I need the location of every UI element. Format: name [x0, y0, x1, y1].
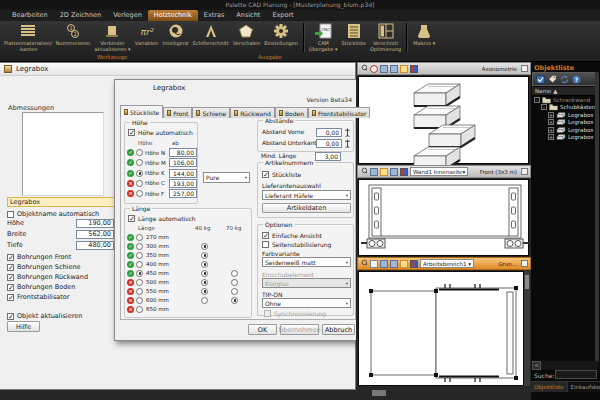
- bohrungen-front-checkbox[interactable]: ✓Bohrungen Front: [7, 253, 71, 261]
- stueckliste-checkbox[interactable]: ✓Stückliste: [262, 170, 301, 178]
- pin-icon[interactable]: [344, 139, 351, 148]
- cube-highlight-icon[interactable]: [400, 65, 408, 73]
- tab-r-ckwand[interactable]: Rückwand: [230, 107, 275, 118]
- tool-schifterschnitt[interactable]: Schifterschnitt: [190, 22, 230, 46]
- radio-40kg-350-mm[interactable]: [201, 252, 208, 259]
- objektname-automatisch-checkbox[interactable]: Objektname automatisch: [7, 210, 99, 218]
- cube-icon[interactable]: [390, 260, 398, 268]
- plan-view-canvas[interactable]: [358, 271, 524, 386]
- tool-makros[interactable]: Makros ▾: [410, 22, 438, 46]
- h-he-input[interactable]: 190,00: [76, 219, 114, 228]
- ribbon-tab-ansicht[interactable]: Ansicht: [230, 10, 266, 21]
- radio-70kg-550-mm[interactable]: [231, 288, 238, 295]
- radio-h-he-c[interactable]: [136, 180, 143, 187]
- collapse-icon[interactable]: -: [534, 97, 540, 103]
- abbruch-button[interactable]: Abbruch: [322, 324, 355, 335]
- ribbon-tab-extras[interactable]: Extras: [198, 10, 231, 21]
- tree-item-schrankwand[interactable]: -Schrankwand: [532, 96, 594, 104]
- panel-horizontal-scrollbar[interactable]: <: [532, 361, 598, 370]
- objekt-aktualisieren-checkbox[interactable]: ✓Objekt aktualisieren: [7, 312, 82, 320]
- tool-verschnitt-optimierung[interactable]: VerschnittOptimierung: [368, 22, 403, 52]
- tool-variablen[interactable]: πr²Variablen: [133, 22, 161, 46]
- cube-icon[interactable]: [390, 65, 398, 73]
- radio-40kg-450-mm[interactable]: [201, 270, 208, 277]
- value-field-h-he-k[interactable]: 144,00: [169, 169, 197, 178]
- cube-highlight-icon[interactable]: [400, 260, 408, 268]
- radio-270-mm[interactable]: [136, 234, 143, 241]
- value-field-h-he-c[interactable]: 193,00: [169, 179, 197, 188]
- doc-icon[interactable]: [370, 260, 378, 268]
- ribbon-tab-verlegen[interactable]: Verlegen: [107, 10, 148, 21]
- name-column-header[interactable]: Name ▲: [532, 87, 598, 96]
- radio-40kg-600-mm[interactable]: [201, 297, 208, 304]
- expand-icon[interactable]: +: [548, 119, 554, 125]
- cube-icon[interactable]: [390, 168, 398, 176]
- radio-h-he-n[interactable]: [136, 149, 143, 156]
- tool-st-ckliste[interactable]: Stückliste: [340, 22, 368, 46]
- radio-650-mm[interactable]: [136, 306, 143, 313]
- value-field-h-he-n[interactable]: 80,00: [169, 148, 197, 157]
- ribbon-tab-export[interactable]: Export: [266, 10, 299, 21]
- orbit-icon[interactable]: [370, 65, 378, 73]
- panel-vertical-scrollbar[interactable]: [595, 72, 599, 362]
- farbvariante-dropdown[interactable]: Seidenweiß matt▾: [262, 257, 351, 267]
- value-field-h-he-m[interactable]: 106,00: [169, 158, 197, 167]
- refresh-icon[interactable]: [560, 75, 569, 84]
- tool-einstellungen[interactable]: Einstellungen: [262, 22, 300, 46]
- palette-icon[interactable]: [410, 260, 418, 268]
- legrabox-dialog-titlebar[interactable]: Legrabox: [0, 63, 355, 76]
- ribbon-tab-2d-zeichnen[interactable]: 2D Zeichnen: [54, 10, 107, 21]
- tab-schiene[interactable]: Schiene: [192, 107, 230, 118]
- front-view-canvas[interactable]: [358, 179, 529, 256]
- radio-h-he-k[interactable]: [136, 170, 143, 177]
- zoom-icon[interactable]: [360, 260, 368, 268]
- viewport-maximize-button[interactable]: [521, 168, 528, 175]
- tool-verschalen[interactable]: Verschalen: [231, 22, 262, 46]
- bohrungen-boden-checkbox[interactable]: ✓Bohrungen Boden: [7, 283, 75, 291]
- zoom-icon[interactable]: [360, 168, 368, 176]
- radio-400-mm[interactable]: [136, 261, 143, 268]
- value-field-h-he-f[interactable]: 257,00: [169, 189, 197, 198]
- workspace-select-dropdown[interactable]: Arbeitsbereich1▾: [420, 259, 474, 268]
- breite-input[interactable]: 562,00: [76, 230, 114, 239]
- radio-40kg-300-mm[interactable]: [201, 243, 208, 250]
- radio-450-mm[interactable]: [136, 270, 143, 277]
- ok-button[interactable]: OK: [248, 324, 277, 335]
- search-input[interactable]: [555, 370, 597, 379]
- tab-frontstabilisator[interactable]: Frontstabilisator: [308, 107, 370, 118]
- palette-icon[interactable]: [400, 168, 408, 176]
- radio-350-mm[interactable]: [136, 252, 143, 259]
- tool-plattenmaterialien-kanten[interactable]: Plattenmaterialien/-kanten: [2, 22, 54, 52]
- radio-300-mm[interactable]: [136, 243, 143, 250]
- radio-70kg-500-mm[interactable]: [231, 279, 238, 286]
- tab-boden[interactable]: Boden: [275, 107, 308, 118]
- zoom-icon[interactable]: [360, 65, 368, 73]
- expand-icon[interactable]: +: [548, 112, 554, 118]
- expand-icon[interactable]: +: [548, 134, 554, 140]
- ribbon-tab-bearbeiten[interactable]: Bearbeiten: [6, 10, 54, 21]
- tree-item-legrabox[interactable]: +Legrabox: [532, 134, 594, 142]
- tab-front[interactable]: Front: [163, 107, 192, 118]
- radio-550-mm[interactable]: [136, 288, 143, 295]
- tool-cam-bergabe[interactable]: CNCCAMÜbergabe ▾: [307, 22, 339, 52]
- tool-verbinder-aktualisieren[interactable]: Verbinderaktualisieren ▾: [92, 22, 132, 52]
- radio-40kg-400-mm[interactable]: [201, 261, 208, 268]
- seitenstabilisierung-checkbox[interactable]: Seitenstabilisierung: [262, 240, 331, 248]
- hoehe-automatisch-checkbox[interactable]: ✓Höhe automatisch: [128, 128, 193, 136]
- scroll-left-icon[interactable]: <: [532, 361, 541, 370]
- radio-70kg-450-mm[interactable]: [231, 270, 238, 277]
- lieferant-dropdown[interactable]: Lieferant Häfele▾: [262, 190, 351, 200]
- scrollbar-thumb[interactable]: [525, 275, 529, 289]
- wall-select-dropdown[interactable]: Wand1 Innenseite▾: [410, 167, 468, 176]
- synchronisierung-checkbox[interactable]: Synchronisierung: [264, 309, 326, 317]
- hilfe-button[interactable]: Hilfe: [7, 321, 40, 332]
- tool-intelligenz[interactable]: Intelligenz: [161, 22, 191, 46]
- viewport-maximize-button[interactable]: [521, 65, 528, 72]
- tiefe-input[interactable]: 480,00: [76, 241, 114, 250]
- radio-40kg-550-mm[interactable]: [201, 288, 208, 295]
- ribbon-tab-holztechnik[interactable]: Holztechnik: [148, 10, 198, 21]
- cube-icon[interactable]: [380, 65, 388, 73]
- frontstabilisator-checkbox[interactable]: ✓Frontstabilisator: [7, 293, 69, 301]
- palette-icon[interactable]: [410, 65, 418, 73]
- radio-70kg-600-mm[interactable]: [231, 297, 238, 304]
